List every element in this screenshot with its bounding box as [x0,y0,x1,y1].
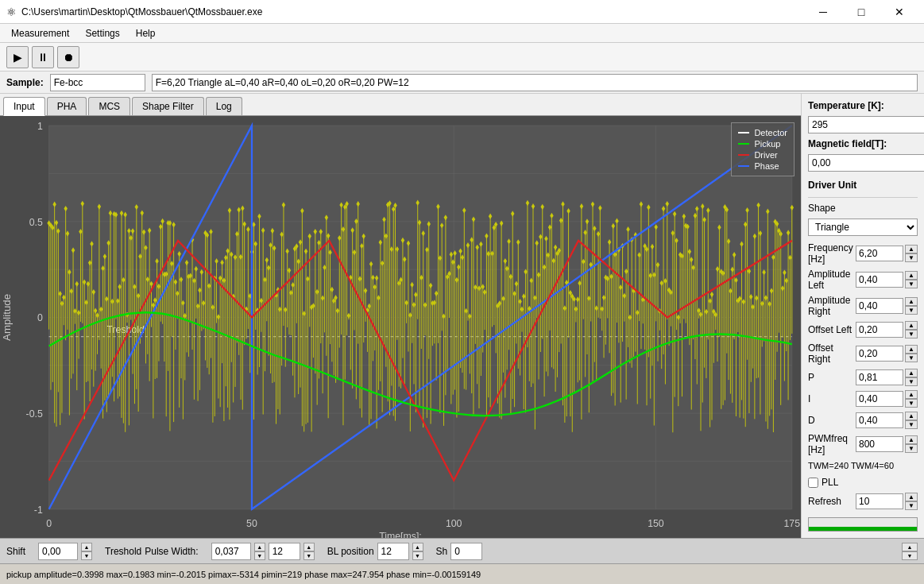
refresh-up[interactable]: ▲ [905,493,918,501]
magnetic-field-input[interactable] [808,154,924,172]
chart-legend: Detector Pickup Driver Phase [731,122,794,176]
record-button[interactable]: ⏺ [57,46,79,68]
amp-left-down[interactable]: ▼ [905,280,918,288]
i-up[interactable]: ▲ [905,390,918,399]
shift-up[interactable]: ▲ [81,543,92,551]
sample-name-input[interactable] [50,74,145,91]
p-down[interactable]: ▼ [905,377,918,386]
tab-bar: Input PHA MCS Shape Filter Log [0,94,801,116]
bl-position-down[interactable]: ▼ [412,551,423,560]
tab-mcs[interactable]: MCS [88,97,130,115]
bl-position-up[interactable]: ▲ [412,543,423,551]
offset-right-up[interactable]: ▲ [905,345,918,354]
frequency-input[interactable] [856,246,903,261]
sample-row: Sample: [0,72,924,94]
shift-down[interactable]: ▼ [81,551,92,560]
bl-position-label: BL position [327,546,374,557]
d-down[interactable]: ▼ [905,420,918,429]
tab-input[interactable]: Input [3,97,45,116]
refresh-row: Refresh ▲ ▼ [808,493,918,510]
i-down[interactable]: ▼ [905,399,918,408]
offset-left-down[interactable]: ▼ [905,330,918,338]
refresh-down[interactable]: ▼ [905,501,918,510]
minimize-button[interactable]: ─ [805,0,841,24]
shift-group: Shift [6,546,25,557]
chart-area: 1 0.5 0 -0.5 -1 0 50 100 150 175 Amplitu… [0,116,801,538]
p-up[interactable]: ▲ [905,369,918,377]
p-input[interactable] [856,369,903,385]
shape-dropdown[interactable]: Triangle Sine Sawtooth [808,219,918,236]
offset-left-up[interactable]: ▲ [905,321,918,330]
tab-shape-filter[interactable]: Shape Filter [132,97,204,115]
tab-pha[interactable]: PHA [47,97,87,115]
title-bar: ⚛ C:\Users\martin\Desktop\QtMossbauer\Qt… [0,0,924,24]
menu-settings[interactable]: Settings [77,26,127,41]
pickup-swatch [738,143,749,145]
temperature-input[interactable] [808,116,924,133]
amp-right-down[interactable]: ▼ [905,306,918,315]
amp-right-input[interactable] [856,298,903,314]
pulse-width-input[interactable] [269,543,300,560]
refresh-input[interactable] [856,493,903,509]
offset-left-input[interactable] [856,322,903,338]
offset-right-down[interactable]: ▼ [905,354,918,362]
pll-label: PLL [822,477,838,488]
svg-text:1: 1 [37,119,43,132]
frequency-down[interactable]: ▼ [905,253,918,262]
pll-checkbox[interactable] [808,478,818,488]
driver-swatch [738,154,749,156]
maximize-button[interactable]: □ [843,0,880,24]
d-up[interactable]: ▲ [905,412,918,420]
param-frequency: Frequency [Hz] ▲ ▼ [808,242,918,265]
pulse-width-down[interactable]: ▼ [303,551,315,560]
tab-log[interactable]: Log [206,97,242,115]
pwmfreq-up[interactable]: ▲ [905,435,918,444]
main-layout: Input PHA MCS Shape Filter Log [0,94,924,538]
frequency-value-row: ▲ ▼ [856,245,918,262]
chart-svg: 1 0.5 0 -0.5 -1 0 50 100 150 175 Amplitu… [0,116,801,538]
pulse-width-up[interactable]: ▲ [303,543,315,551]
offset-left-label: Offset Left [808,324,852,335]
extra-down[interactable]: ▼ [902,551,918,560]
menu-help[interactable]: Help [128,26,164,41]
d-input[interactable] [856,412,903,428]
svg-text:0.5: 0.5 [29,215,43,228]
amp-right-up[interactable]: ▲ [905,297,918,306]
treshold-up[interactable]: ▲ [254,543,265,551]
offset-left-spinner: ▲ ▼ [905,321,918,338]
treshold-down[interactable]: ▼ [254,551,265,560]
svg-text:-0.5: -0.5 [26,408,43,420]
sample-label: Sample: [6,77,44,88]
sh-label: Sh [436,546,448,557]
treshold-input[interactable] [211,543,251,560]
param-offset-left: Offset Left ▲ ▼ [808,321,918,338]
offset-right-spinner: ▲ ▼ [905,345,918,362]
frequency-up[interactable]: ▲ [905,245,918,253]
amp-left-input[interactable] [856,272,903,288]
svg-text:50: 50 [246,516,257,529]
bl-position-input[interactable] [377,543,409,560]
play-button[interactable]: ▶ [6,46,29,68]
shift-input[interactable] [38,543,78,560]
bl-position-group: BL position ▲ ▼ [327,543,423,560]
shift-input-group: ▲ ▼ [38,543,92,560]
extra-up[interactable]: ▲ [902,543,918,551]
pwmfreq-input[interactable] [856,436,903,452]
sh-input[interactable] [450,543,482,560]
offset-right-input[interactable] [856,346,903,362]
amp-left-up[interactable]: ▲ [905,271,918,280]
detector-swatch [738,132,749,133]
close-button[interactable]: ✕ [881,0,918,24]
param-offset-right: Offset Right ▲ ▼ [808,342,918,365]
menu-measurement[interactable]: Measurement [3,26,77,41]
i-spinner: ▲ ▼ [905,390,918,408]
sample-description-input[interactable] [152,74,918,91]
driver-unit-label: Driver Unit [808,180,918,191]
phase-label: Phase [754,161,779,171]
i-input[interactable] [856,391,903,407]
pulse-width-spinner: ▲ ▼ [303,543,315,560]
offset-left-value-row: ▲ ▼ [856,321,918,338]
p-label: P [808,372,814,383]
pause-button[interactable]: ⏸ [32,46,54,68]
pwmfreq-down[interactable]: ▼ [905,444,918,453]
